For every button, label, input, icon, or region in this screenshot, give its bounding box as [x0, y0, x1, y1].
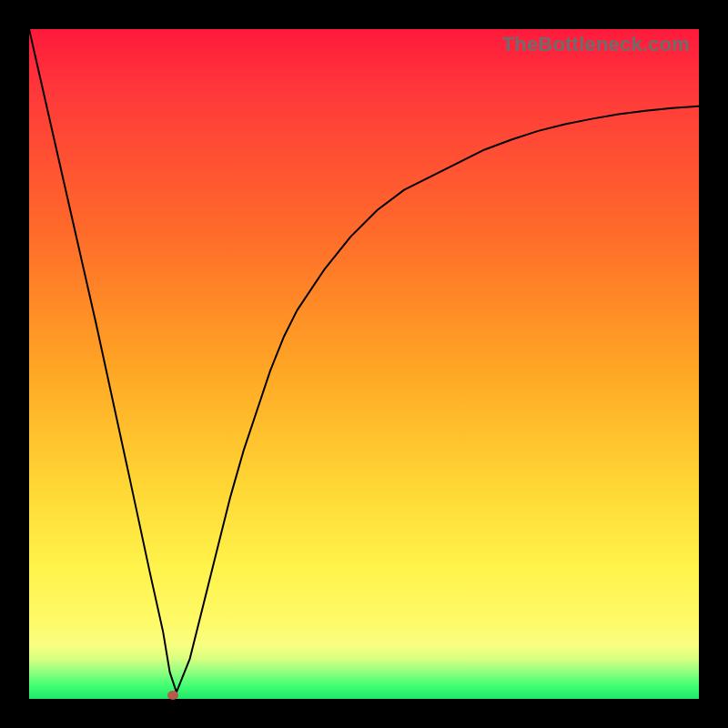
curve-svg	[29, 29, 699, 699]
minimum-marker	[167, 691, 178, 700]
chart-frame: TheBottleneck.com	[0, 0, 728, 728]
chart-plot-area: TheBottleneck.com	[29, 29, 699, 699]
watermark-text: TheBottleneck.com	[502, 33, 690, 56]
curve-path	[29, 29, 699, 693]
